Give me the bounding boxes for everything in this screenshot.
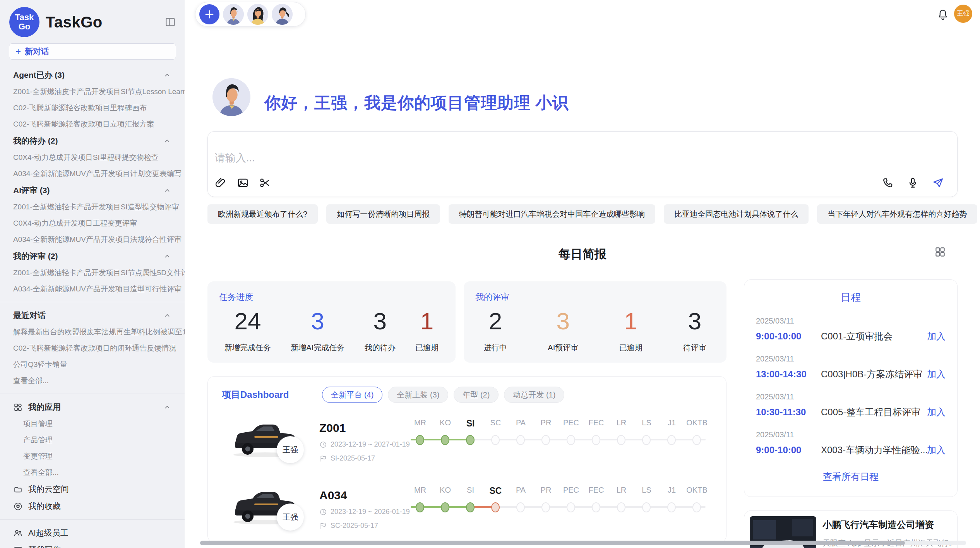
input-toolbar-left <box>215 177 271 189</box>
milestone-label: OKTB <box>684 418 709 429</box>
suggestion-chip[interactable]: 特朗普可能对进口汽车增税会对中国车企造成哪些影响 <box>449 204 655 224</box>
sidebar-collapse-icon[interactable] <box>164 16 176 28</box>
project-row[interactable]: 王强A0342023-12-19 ~ 2026-01-19SC-2025-05-… <box>208 483 726 538</box>
sidebar-item[interactable]: A034-全新新能源MUV产品开发项目造型可行性评审 <box>0 281 185 297</box>
scissors-icon[interactable] <box>259 177 271 189</box>
chat-input[interactable] <box>215 151 944 166</box>
stat: 1已逾期 <box>619 308 642 353</box>
sidebar-item[interactable]: Z001-全新燃油轻卡产品开发项目SI造型提交物评审 <box>0 199 185 215</box>
stat: 3待评审 <box>683 308 706 353</box>
dashboard-tab[interactable]: 动总开发 (1) <box>504 387 564 403</box>
sidebar-app-item[interactable]: 产品管理 <box>0 432 185 448</box>
suggestion-chip[interactable]: 欧洲新规最近颁布了什么? <box>207 204 318 224</box>
project-info: A0342023-12-19 ~ 2026-01-19SC-2025-05-17 <box>319 483 408 538</box>
dashboard-tab[interactable]: 全新平台 (4) <box>322 387 382 403</box>
dashboard-tab[interactable]: 年型 (2) <box>454 387 499 403</box>
sidebar-recent-item[interactable]: 公司Q3轻卡销量 <box>0 356 185 373</box>
milestone-dot <box>617 435 625 445</box>
join-link[interactable]: 加入 <box>927 330 946 342</box>
milestone-dot <box>592 502 600 512</box>
dashboard-tabs: 全新平台 (4)全新上装 (3)年型 (2)动总开发 (1) <box>322 387 564 403</box>
send-icon[interactable] <box>932 177 944 189</box>
layout-grid-icon[interactable] <box>934 246 946 258</box>
stat: 3我的待办 <box>365 308 396 353</box>
schedule-entry: 2025/03/1110:30-11:30C005-整车工程目标评审加入 <box>744 386 957 424</box>
stat-value: 2 <box>484 308 507 334</box>
sidebar-item[interactable]: C02-飞腾新能源轻客改款项目立项汇报方案 <box>0 116 185 132</box>
phone-icon[interactable] <box>882 177 894 189</box>
sidebar-item[interactable]: Z001-全新燃油轻卡产品开发项目SI节点属性5D文件评审 <box>0 265 185 281</box>
sidebar-item-cloud[interactable]: 我的云空间 <box>0 481 185 498</box>
sidebar-recent-item[interactable]: 解释最新出台的欧盟报废车法规再生塑料比例被调至15%... <box>0 324 185 340</box>
sidebar-item[interactable]: C02-飞腾新能源轻客改款项目里程碑画布 <box>0 100 185 116</box>
sidebar-item[interactable]: A034-全新新能源MUV产品开发项目计划变更表编写 <box>0 166 185 182</box>
join-link[interactable]: 加入 <box>927 444 946 456</box>
milestone-label: PA <box>508 418 533 429</box>
stat-value: 3 <box>683 308 706 334</box>
sidebar-section-header[interactable]: 我的待办 (2) <box>0 132 185 149</box>
milestone-label: SC <box>483 418 508 429</box>
sidebar-section-header[interactable]: Agent已办 (3) <box>0 67 185 84</box>
user-avatar[interactable]: 王强 <box>954 5 972 23</box>
milestone-dot <box>541 502 550 512</box>
sidebar-section-header[interactable]: 我的评审 (2) <box>0 248 185 265</box>
input-toolbar <box>215 177 944 189</box>
milestone-dot <box>516 502 525 512</box>
divider <box>0 394 185 394</box>
milestone-dot <box>567 502 575 512</box>
suggestion-chip[interactable]: 如何写一份清晰的项目周报 <box>326 204 440 224</box>
milestone-dot <box>567 435 575 445</box>
agent-avatar[interactable] <box>223 4 244 25</box>
sidebar-app-item[interactable]: 项目管理 <box>0 416 185 432</box>
stat-value: 3 <box>548 308 578 334</box>
chevron-up-icon <box>163 137 171 145</box>
notification-bell-icon[interactable] <box>937 9 949 21</box>
sidebar-item[interactable]: C0X4-动力总成开发项目SI里程碑提交物检查 <box>0 149 185 166</box>
agent-avatar[interactable] <box>272 4 293 25</box>
sidebar-recent-item[interactable]: C02-飞腾新能源轻客改款项目的闭环通告反馈情况 <box>0 340 185 356</box>
sidebar-item-my-apps[interactable]: 我的应用 <box>0 399 185 416</box>
attachment-icon[interactable] <box>215 177 227 189</box>
schedule-entry-title: X003-车辆动力学性能验... <box>821 444 927 456</box>
task-progress-stats: 24新增完成任务3新增AI完成任务3我的待办1已逾期 <box>207 303 456 353</box>
schedule-entry-title: C003|H0B-方案冻结评审 <box>821 368 927 380</box>
suggestion-chip[interactable]: 比亚迪全固态电池计划具体说了什么 <box>664 204 809 224</box>
sidebar-tool-item[interactable]: 帮我写作 <box>0 541 185 548</box>
sidebar-item[interactable]: A034-全新新能源MUV产品开发项目法规符合性评审 <box>0 231 185 248</box>
schedule-time: 9:00-10:00 <box>756 445 821 456</box>
app-window: Task Go TaskGo + 新对话 Agent已办 (3)Z001-全新燃… <box>0 0 980 548</box>
dashboard-tab[interactable]: 全新上装 (3) <box>388 387 448 403</box>
sidebar-recent-header[interactable]: 最近对话 <box>0 307 185 324</box>
view-all-schedule-link[interactable]: 查看所有日程 <box>744 471 957 483</box>
sidebar-sections: Agent已办 (3)Z001-全新燃油皮卡产品开发项目SI节点Lesson L… <box>0 63 185 548</box>
add-agent-button[interactable] <box>199 4 219 24</box>
project-image: 王强 <box>230 416 319 470</box>
sidebar-item[interactable]: Z001-全新燃油皮卡产品开发项目SI节点Lesson Learn报告 <box>0 84 185 100</box>
project-list: 王强Z0012023-12-19 ~ 2027-01-19SI-2025-05-… <box>208 416 726 543</box>
sidebar-app-item[interactable]: 变更管理 <box>0 448 185 464</box>
sidebar-item[interactable]: C0X4-动力总成开发项目工程变更评审 <box>0 215 185 231</box>
stat-label: 已逾期 <box>619 342 642 353</box>
sidebar-item-star[interactable]: 我的收藏 <box>0 498 185 515</box>
join-link[interactable]: 加入 <box>927 368 946 380</box>
chevron-up-icon <box>163 403 171 411</box>
sidebar-section-header[interactable]: AI评审 (3) <box>0 182 185 199</box>
milestone-label: LR <box>609 486 634 496</box>
suggestion-chip[interactable]: 当下年轻人对汽车外观有怎样的喜好趋势 <box>817 204 977 224</box>
new-chat-button[interactable]: + 新对话 <box>9 43 176 60</box>
microphone-icon[interactable] <box>907 177 919 189</box>
agent-avatar[interactable] <box>247 4 268 25</box>
join-link[interactable]: 加入 <box>927 406 946 418</box>
project-row[interactable]: 王强Z0012023-12-19 ~ 2027-01-19SI-2025-05-… <box>208 416 726 470</box>
stat: 24新增完成任务 <box>224 308 271 353</box>
project-dates: 2023-12-19 ~ 2026-01-19 <box>331 508 410 516</box>
sidebar-app-item[interactable]: 查看全部... <box>0 464 185 481</box>
scrollbar-thumb[interactable] <box>200 541 905 545</box>
sidebar-recent-item[interactable]: 查看全部... <box>0 373 185 389</box>
news-title: 小鹏飞行汽车制造公司增资 <box>822 519 952 531</box>
input-toolbar-right <box>882 177 944 189</box>
milestone-dot <box>466 435 475 445</box>
image-icon[interactable] <box>237 177 249 189</box>
schedule-time: 13:00-14:30 <box>756 369 821 380</box>
sidebar-tool-item[interactable]: AI超级员工 <box>0 524 185 541</box>
